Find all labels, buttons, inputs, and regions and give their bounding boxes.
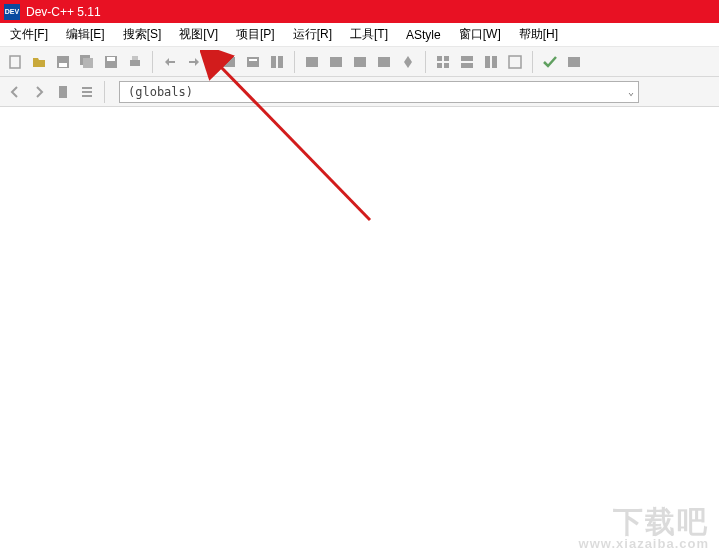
- svg-rect-21: [444, 63, 449, 68]
- replace-icon[interactable]: [242, 51, 264, 73]
- save-as-icon[interactable]: [100, 51, 122, 73]
- toolbar-main: [0, 47, 719, 77]
- find-in-files-icon[interactable]: [266, 51, 288, 73]
- svg-rect-23: [461, 63, 473, 68]
- toolbar-separator: [425, 51, 426, 73]
- svg-rect-11: [249, 59, 257, 61]
- print-icon[interactable]: [124, 51, 146, 73]
- toolbar-secondary: (globals) ⌄: [0, 77, 719, 107]
- menu-edit[interactable]: 编辑[E]: [62, 24, 109, 45]
- svg-rect-25: [492, 56, 497, 68]
- menu-run[interactable]: 运行[R]: [289, 24, 336, 45]
- toolbar-separator: [104, 81, 105, 103]
- bookmark-list-icon[interactable]: [76, 81, 98, 103]
- save-all-icon[interactable]: [76, 51, 98, 73]
- svg-rect-6: [107, 57, 115, 61]
- rebuild-icon[interactable]: [373, 51, 395, 73]
- titlebar: DEV Dev-C++ 5.11: [0, 0, 719, 23]
- menu-help[interactable]: 帮助[H]: [515, 24, 562, 45]
- svg-rect-7: [130, 60, 140, 66]
- save-icon[interactable]: [52, 51, 74, 73]
- undo-icon[interactable]: [159, 51, 181, 73]
- svg-rect-8: [132, 56, 138, 60]
- menubar: 文件[F] 编辑[E] 搜索[S] 视图[V] 项目[P] 运行[R] 工具[T…: [0, 23, 719, 47]
- svg-rect-2: [59, 63, 67, 67]
- layout-single-icon[interactable]: [504, 51, 526, 73]
- menu-astyle[interactable]: AStyle: [402, 26, 445, 44]
- toolbar-separator: [532, 51, 533, 73]
- svg-rect-4: [83, 58, 93, 68]
- svg-rect-20: [437, 63, 442, 68]
- chevron-down-icon: ⌄: [628, 86, 634, 97]
- layout-h-icon[interactable]: [456, 51, 478, 73]
- window-title: Dev-C++ 5.11: [26, 5, 101, 19]
- svg-rect-0: [10, 56, 20, 68]
- toolbar-separator: [294, 51, 295, 73]
- scope-selector[interactable]: (globals) ⌄: [119, 81, 639, 103]
- scope-selector-value: (globals): [128, 85, 193, 99]
- layout-v-icon[interactable]: [480, 51, 502, 73]
- compile-icon[interactable]: [301, 51, 323, 73]
- svg-rect-29: [82, 87, 92, 89]
- toolbar-separator: [211, 51, 212, 73]
- toolbar-separator: [152, 51, 153, 73]
- menu-search[interactable]: 搜索[S]: [119, 24, 166, 45]
- nav-forward-icon[interactable]: [28, 81, 50, 103]
- svg-rect-26: [509, 56, 521, 68]
- check-icon[interactable]: [539, 51, 561, 73]
- svg-rect-19: [444, 56, 449, 61]
- svg-rect-12: [271, 56, 276, 68]
- watermark: 下载吧 www.xiazaiba.com: [579, 506, 709, 551]
- svg-rect-24: [485, 56, 490, 68]
- run-icon[interactable]: [325, 51, 347, 73]
- svg-rect-15: [330, 57, 342, 67]
- svg-rect-17: [378, 57, 390, 67]
- menu-project[interactable]: 项目[P]: [232, 24, 279, 45]
- menu-view[interactable]: 视图[V]: [175, 24, 222, 45]
- app-icon: DEV: [4, 4, 20, 20]
- redo-icon[interactable]: [183, 51, 205, 73]
- svg-rect-31: [82, 95, 92, 97]
- open-file-icon[interactable]: [28, 51, 50, 73]
- watermark-url: www.xiazaiba.com: [579, 537, 709, 551]
- svg-rect-16: [354, 57, 366, 67]
- watermark-text: 下载吧: [613, 505, 709, 538]
- editor-area[interactable]: [0, 107, 719, 559]
- svg-rect-13: [278, 56, 283, 68]
- menu-window[interactable]: 窗口[W]: [455, 24, 505, 45]
- find-icon[interactable]: [218, 51, 240, 73]
- svg-rect-10: [247, 57, 259, 67]
- svg-rect-22: [461, 56, 473, 61]
- menu-file[interactable]: 文件[F]: [6, 24, 52, 45]
- layout-grid-icon[interactable]: [432, 51, 454, 73]
- svg-rect-9: [223, 57, 235, 67]
- compile-run-icon[interactable]: [349, 51, 371, 73]
- debug-icon[interactable]: [397, 51, 419, 73]
- menu-tools[interactable]: 工具[T]: [346, 24, 392, 45]
- svg-rect-18: [437, 56, 442, 61]
- nav-back-icon[interactable]: [4, 81, 26, 103]
- svg-rect-14: [306, 57, 318, 67]
- bookmark-add-icon[interactable]: [52, 81, 74, 103]
- goto-icon[interactable]: [563, 51, 585, 73]
- svg-rect-28: [59, 86, 67, 98]
- svg-rect-30: [82, 91, 92, 93]
- svg-rect-27: [568, 57, 580, 67]
- new-file-icon[interactable]: [4, 51, 26, 73]
